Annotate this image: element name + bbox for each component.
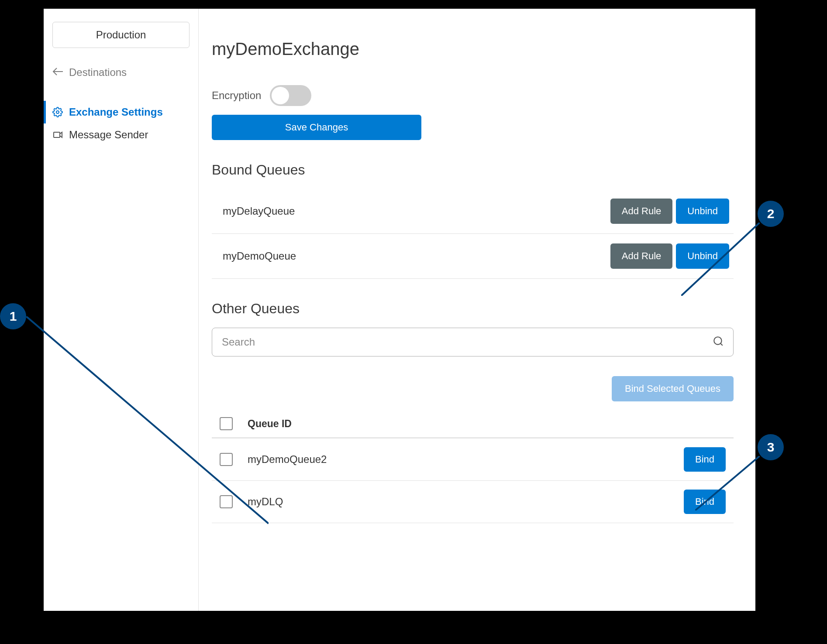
bound-queue-row: myDemoQueue Add Rule Unbind: [212, 234, 734, 279]
breadcrumb-label: Destinations: [69, 66, 127, 79]
queue-checkbox[interactable]: [220, 453, 233, 466]
send-icon: [52, 130, 63, 140]
queue-name: myDLQ: [248, 496, 669, 508]
page-title: myDemoExchange: [212, 39, 734, 59]
search-input[interactable]: [212, 328, 734, 356]
bound-queue-row: myDelayQueue Add Rule Unbind: [212, 189, 734, 234]
queue-table-header: Queue ID: [212, 414, 734, 438]
bound-queue-actions: Add Rule Unbind: [610, 243, 729, 269]
environment-label: Production: [96, 29, 146, 41]
search-container: [212, 328, 734, 356]
svg-rect-2: [54, 132, 60, 137]
arrow-left-icon: [52, 65, 64, 79]
queue-name: myDemoQueue2: [248, 453, 669, 466]
search-icon: [713, 336, 724, 349]
bind-button[interactable]: Bind: [684, 490, 726, 514]
other-queues-section: Other Queues Bind Selected Queues Queue …: [212, 301, 734, 523]
svg-line-4: [720, 343, 723, 346]
app-container: Production Destinations Exchange Setting…: [44, 9, 755, 611]
nav-message-sender[interactable]: Message Sender: [52, 123, 190, 146]
bound-queue-actions: Add Rule Unbind: [610, 199, 729, 224]
queue-id-column-header: Queue ID: [248, 418, 292, 430]
nav-exchange-settings[interactable]: Exchange Settings: [52, 101, 190, 123]
encryption-toggle[interactable]: [270, 85, 311, 106]
bind-selected-button[interactable]: Bind Selected Queues: [612, 376, 734, 401]
nav-label: Exchange Settings: [69, 106, 163, 118]
bind-selected-row: Bind Selected Queues: [212, 376, 734, 401]
sidebar: Production Destinations Exchange Setting…: [44, 9, 199, 611]
bound-queue-name: myDemoQueue: [223, 250, 296, 262]
callout-3: 3: [758, 434, 784, 460]
breadcrumb-back[interactable]: Destinations: [52, 65, 190, 79]
unbind-button[interactable]: Unbind: [676, 243, 729, 269]
nav-label: Message Sender: [69, 129, 148, 141]
bind-button[interactable]: Bind: [684, 447, 726, 472]
encryption-label: Encryption: [212, 89, 261, 102]
gear-icon: [52, 107, 63, 117]
main-content: myDemoExchange Encryption Save Changes B…: [199, 9, 755, 611]
add-rule-button[interactable]: Add Rule: [610, 199, 673, 224]
svg-point-1: [56, 111, 59, 113]
unbind-button[interactable]: Unbind: [676, 199, 729, 224]
select-all-checkbox[interactable]: [220, 417, 233, 430]
queue-checkbox[interactable]: [220, 495, 233, 508]
encryption-row: Encryption: [212, 85, 734, 106]
environment-dropdown[interactable]: Production: [52, 22, 190, 48]
queue-row: myDemoQueue2 Bind: [212, 438, 734, 481]
add-rule-button[interactable]: Add Rule: [610, 243, 673, 269]
save-changes-button[interactable]: Save Changes: [212, 115, 421, 140]
callout-1: 1: [0, 303, 26, 329]
toggle-knob: [272, 87, 289, 104]
callout-2: 2: [758, 201, 784, 227]
bound-queues-title: Bound Queues: [212, 162, 734, 178]
other-queues-title: Other Queues: [212, 301, 734, 317]
svg-point-3: [714, 337, 721, 344]
bound-queue-name: myDelayQueue: [223, 205, 295, 217]
queue-row: myDLQ Bind: [212, 481, 734, 523]
